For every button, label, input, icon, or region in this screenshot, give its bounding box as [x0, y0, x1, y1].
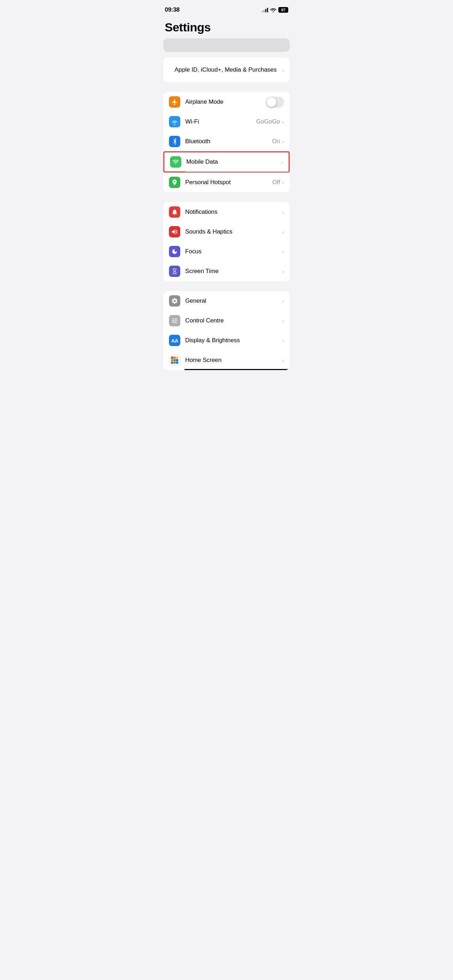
- bluetooth-label: Bluetooth: [185, 138, 272, 145]
- display-brightness-icon: AA: [169, 335, 180, 346]
- hotspot-svg: [171, 179, 178, 186]
- control-centre-label: Control Centre: [185, 317, 282, 324]
- focus-icon: [169, 246, 180, 257]
- svg-point-0: [171, 356, 173, 359]
- search-bar[interactable]: [163, 38, 290, 52]
- airplane-mode-row[interactable]: Airplane Mode: [163, 92, 290, 112]
- status-bar: 09:38 87: [158, 0, 295, 18]
- bell-svg: [171, 208, 178, 216]
- svg-point-1: [173, 356, 176, 359]
- wifi-status-icon: [270, 8, 276, 12]
- screen-time-chevron: ›: [282, 269, 284, 274]
- mobile-data-icon: [170, 156, 181, 167]
- apple-id-chevron: ›: [282, 67, 284, 73]
- svg-point-3: [171, 359, 173, 361]
- apple-id-group: Apple ID, iCloud+, Media & Purchases ›: [163, 57, 290, 82]
- wifi-value: GoGoGo: [256, 118, 280, 125]
- wifi-chevron: ›: [282, 119, 284, 125]
- svg-point-4: [173, 359, 176, 361]
- bluetooth-value: On: [272, 138, 280, 145]
- notifications-chevron: ›: [282, 209, 284, 215]
- personal-hotspot-value: Off: [272, 179, 280, 186]
- apple-id-row[interactable]: Apple ID, iCloud+, Media & Purchases ›: [163, 57, 290, 82]
- moon-svg: [172, 248, 178, 255]
- screen-time-label: Screen Time: [185, 268, 282, 275]
- mobile-data-svg: [172, 158, 179, 165]
- mobile-data-label: Mobile Data: [186, 158, 281, 165]
- notifications-group: Notifications › Sounds & Haptics › Focus…: [163, 202, 290, 281]
- airplane-svg: [171, 99, 178, 105]
- sounds-haptics-label: Sounds & Haptics: [185, 228, 282, 235]
- general-group: General › Control Centre › AA Display & …: [163, 291, 290, 370]
- aa-text: AA: [171, 337, 178, 344]
- airplane-mode-toggle[interactable]: [266, 97, 284, 108]
- sounds-haptics-icon: [169, 226, 180, 237]
- control-centre-row[interactable]: Control Centre ›: [163, 311, 290, 331]
- wifi-row[interactable]: Wi-Fi GoGoGo ›: [163, 112, 290, 132]
- personal-hotspot-chevron: ›: [282, 180, 284, 186]
- wifi-label: Wi-Fi: [185, 118, 256, 125]
- general-label: General: [185, 298, 282, 304]
- general-chevron: ›: [282, 298, 284, 304]
- status-icons: 87: [262, 7, 288, 13]
- page-title: Settings: [158, 18, 295, 38]
- focus-row[interactable]: Focus ›: [163, 242, 290, 261]
- control-centre-icon: [169, 315, 180, 326]
- battery-icon: 87: [278, 7, 288, 13]
- screen-time-row[interactable]: Screen Time ›: [163, 261, 290, 281]
- mobile-data-chevron: ›: [281, 159, 283, 165]
- apple-id-label: Apple ID, iCloud+, Media & Purchases: [169, 66, 282, 73]
- control-centre-chevron: ›: [282, 318, 284, 324]
- gear-svg: [171, 298, 178, 304]
- personal-hotspot-label: Personal Hotspot: [185, 179, 272, 186]
- svg-point-7: [173, 361, 176, 364]
- general-row[interactable]: General ›: [163, 291, 290, 311]
- focus-label: Focus: [185, 248, 282, 255]
- home-screen-chevron: ›: [282, 357, 284, 363]
- sliders-svg: [171, 317, 178, 324]
- speaker-svg: [171, 228, 178, 235]
- home-screen-label: Home Screen: [185, 356, 282, 364]
- bluetooth-chevron: ›: [282, 138, 284, 145]
- display-brightness-label: Display & Brightness: [185, 337, 282, 344]
- notifications-icon: [169, 206, 180, 218]
- notifications-row[interactable]: Notifications ›: [163, 202, 290, 222]
- general-icon: [169, 295, 180, 307]
- signal-icon: [262, 7, 268, 12]
- notifications-label: Notifications: [185, 208, 282, 216]
- personal-hotspot-icon: [169, 177, 180, 188]
- airplane-mode-label: Airplane Mode: [185, 99, 266, 105]
- bluetooth-svg: [172, 138, 178, 145]
- connectivity-group: Airplane Mode Wi-Fi GoGoGo › Bluetooth O…: [163, 92, 290, 192]
- home-screen-svg: [170, 355, 180, 365]
- svg-point-5: [176, 359, 178, 361]
- sounds-haptics-chevron: ›: [282, 229, 284, 235]
- home-screen-underline: [184, 369, 290, 370]
- svg-point-2: [176, 356, 178, 359]
- sounds-haptics-row[interactable]: Sounds & Haptics ›: [163, 222, 290, 242]
- status-time: 09:38: [165, 6, 180, 13]
- screen-time-icon: [169, 266, 180, 277]
- personal-hotspot-row[interactable]: Personal Hotspot Off ›: [163, 172, 290, 192]
- bluetooth-icon: [169, 136, 180, 147]
- focus-chevron: ›: [282, 249, 284, 255]
- svg-point-8: [176, 361, 178, 364]
- hourglass-svg: [172, 268, 178, 275]
- wifi-icon: [169, 116, 180, 127]
- home-screen-icon: [169, 355, 180, 366]
- bluetooth-row[interactable]: Bluetooth On ›: [163, 132, 290, 151]
- svg-point-6: [171, 361, 173, 364]
- display-brightness-chevron: ›: [282, 337, 284, 344]
- home-screen-row[interactable]: Home Screen ›: [163, 350, 290, 370]
- mobile-data-row[interactable]: Mobile Data ›: [163, 151, 290, 172]
- display-brightness-row[interactable]: AA Display & Brightness ›: [163, 331, 290, 350]
- toggle-knob: [267, 97, 276, 107]
- wifi-svg: [171, 118, 178, 125]
- airplane-mode-icon: [169, 96, 180, 108]
